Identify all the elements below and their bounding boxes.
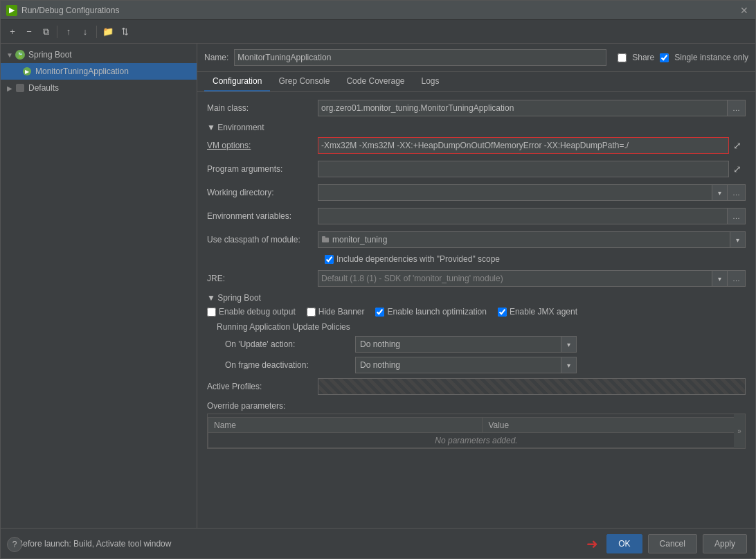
svg-text:▶: ▶ bbox=[25, 69, 30, 75]
name-row: Name: Share Single instance only bbox=[197, 44, 755, 72]
spring-boot-section-header[interactable]: ▼ Spring Boot bbox=[207, 293, 746, 303]
tree-springboot-group[interactable]: ▼ 🍃 Spring Boot bbox=[1, 46, 197, 63]
working-dir-input[interactable] bbox=[318, 184, 712, 201]
env-vars-browse-button[interactable]: … bbox=[728, 208, 746, 224]
name-label: Name: bbox=[204, 53, 228, 62]
classpath-row: Use classpath of module: monitor_tuning … bbox=[207, 231, 746, 249]
vm-options-row: VM options: ⤢ bbox=[207, 136, 746, 154]
add-config-button[interactable]: + bbox=[5, 24, 20, 39]
tree-monitor-tuning[interactable]: ▶ MonitorTuningApplication bbox=[1, 63, 197, 80]
before-launch-label: ▶ Before launch: Build, Activate tool wi… bbox=[9, 539, 171, 549]
enable-debug-checkbox-row: Enable debug output bbox=[207, 307, 296, 317]
override-params-label: Override parameters: bbox=[207, 401, 285, 411]
on-frame-dropdown-button[interactable]: ▾ bbox=[561, 357, 577, 373]
tab-logs[interactable]: Logs bbox=[413, 72, 448, 91]
params-scroll-hint: » bbox=[734, 414, 745, 448]
configuration-content: Main class: … ▼ Environment VM options: bbox=[197, 92, 755, 528]
jre-browse-button[interactable]: … bbox=[728, 270, 746, 287]
toolbar-separator-2 bbox=[96, 26, 97, 38]
content-area: ▼ 🍃 Spring Boot ▶ MonitorTuningApplicati… bbox=[1, 44, 755, 528]
cancel-button[interactable]: Cancel bbox=[648, 534, 697, 553]
main-class-input[interactable] bbox=[318, 100, 728, 116]
close-button[interactable]: ✕ bbox=[739, 5, 750, 16]
override-params-section: Override parameters: Name Value No param… bbox=[207, 401, 746, 449]
working-dir-dropdown-button[interactable]: ▾ bbox=[712, 184, 728, 201]
on-update-dropdown-button[interactable]: ▾ bbox=[561, 336, 577, 353]
program-args-label: Program arguments: bbox=[207, 164, 318, 174]
program-args-expand-button[interactable]: ⤢ bbox=[729, 161, 746, 177]
remove-config-button[interactable]: − bbox=[21, 24, 37, 39]
vm-options-expand-button[interactable]: ⤢ bbox=[729, 137, 746, 154]
on-update-row: On 'Update' action: Do nothing ▾ bbox=[214, 336, 746, 353]
jre-dropdown-button[interactable]: ▾ bbox=[712, 270, 728, 287]
classpath-dropdown-button[interactable]: ▾ bbox=[730, 231, 746, 248]
tab-configuration[interactable]: Configuration bbox=[204, 72, 270, 91]
enable-launch-opt-checkbox-row: Enable launch optimization bbox=[375, 307, 486, 317]
share-checkbox[interactable] bbox=[618, 53, 627, 62]
jre-value: Default (1.8 (1) - SDK of 'monitor_tunin… bbox=[321, 274, 503, 283]
enable-jmx-checkbox[interactable] bbox=[498, 308, 507, 317]
params-value-header: Value bbox=[483, 418, 745, 433]
params-scroll-icon: » bbox=[737, 427, 741, 435]
tab-code-coverage[interactable]: Code Coverage bbox=[338, 72, 413, 91]
vm-options-label: VM options: bbox=[207, 141, 318, 150]
ok-button[interactable]: OK bbox=[606, 534, 642, 553]
include-deps-row: Include dependencies with "Provided" sco… bbox=[207, 254, 746, 264]
single-instance-label: Single instance only bbox=[674, 53, 748, 62]
enable-debug-label: Enable debug output bbox=[219, 307, 296, 317]
tab-grep-console[interactable]: Grep Console bbox=[270, 72, 338, 91]
sort-button[interactable]: ⇅ bbox=[117, 24, 132, 39]
environment-section-header[interactable]: ▼ Environment bbox=[207, 123, 746, 132]
params-table-wrapper: Name Value No parameters added. » bbox=[207, 414, 746, 449]
enable-debug-checkbox[interactable] bbox=[207, 308, 216, 317]
move-down-button[interactable]: ↓ bbox=[78, 24, 93, 39]
include-deps-label: Include dependencies with "Provided" sco… bbox=[336, 254, 500, 264]
hide-banner-checkbox[interactable] bbox=[307, 308, 316, 317]
app-icon: ▶ bbox=[6, 5, 17, 16]
working-dir-browse-button[interactable]: … bbox=[728, 184, 746, 201]
name-input[interactable] bbox=[234, 49, 606, 66]
app-config-label: MonitorTuningApplication bbox=[35, 66, 129, 76]
vm-options-input[interactable] bbox=[318, 137, 729, 154]
working-dir-label: Working directory: bbox=[207, 188, 318, 197]
include-deps-checkbox[interactable] bbox=[325, 255, 334, 264]
env-vars-input[interactable] bbox=[318, 208, 728, 224]
env-vars-label: Environment variables: bbox=[207, 211, 318, 221]
spring-boot-options-row: Enable debug output Hide Banner Enable l… bbox=[207, 307, 746, 317]
enable-jmx-label: Enable JMX agent bbox=[510, 307, 577, 317]
move-up-button[interactable]: ↑ bbox=[61, 24, 76, 39]
config-tree: ▼ 🍃 Spring Boot ▶ MonitorTuningApplicati… bbox=[1, 44, 197, 528]
program-args-input[interactable] bbox=[318, 161, 729, 177]
on-frame-label: On frame deactivation: bbox=[225, 360, 350, 370]
spring-boot-section: ▼ Spring Boot Enable debug output Hide B… bbox=[207, 293, 746, 373]
params-table: Name Value No parameters added. bbox=[208, 417, 745, 448]
single-instance-checkbox[interactable] bbox=[660, 53, 669, 62]
apply-button[interactable]: Apply bbox=[703, 534, 747, 553]
jre-label: JRE: bbox=[207, 274, 318, 283]
bottom-bar: ▶ Before launch: Build, Activate tool wi… bbox=[1, 528, 755, 558]
arrow-icon: ➜ bbox=[586, 535, 598, 552]
right-panel: Name: Share Single instance only Configu… bbox=[197, 44, 755, 528]
params-name-header: Name bbox=[208, 418, 483, 433]
share-label: Share bbox=[632, 53, 654, 62]
group-expand-arrow: ▼ bbox=[5, 51, 15, 59]
classpath-value: monitor_tuning bbox=[332, 235, 387, 245]
dialog-buttons: ➜ OK Cancel Apply bbox=[586, 534, 747, 553]
tree-defaults[interactable]: ▶ Defaults bbox=[1, 80, 197, 96]
running-policies-label: Running Application Update Policies bbox=[214, 322, 746, 332]
main-class-browse-button[interactable]: … bbox=[728, 100, 746, 116]
copy-config-button[interactable]: ⧉ bbox=[38, 24, 53, 39]
share-row: Share Single instance only bbox=[618, 53, 748, 62]
enable-launch-opt-checkbox[interactable] bbox=[375, 308, 384, 317]
svg-rect-4 bbox=[322, 236, 325, 238]
help-button[interactable]: ? bbox=[7, 537, 22, 552]
before-launch-section[interactable]: ▶ Before launch: Build, Activate tool wi… bbox=[9, 539, 586, 549]
title-bar: ▶ Run/Debug Configurations ✕ bbox=[1, 1, 755, 20]
defaults-label: Defaults bbox=[28, 83, 59, 93]
folder-button[interactable]: 📁 bbox=[100, 24, 116, 39]
hide-banner-label: Hide Banner bbox=[318, 307, 365, 317]
spring-boot-section-label: ▼ Spring Boot bbox=[207, 293, 261, 303]
on-frame-row: On frame deactivation: Do nothing ▾ bbox=[214, 357, 746, 373]
on-update-value: Do nothing bbox=[360, 339, 557, 349]
on-frame-value: Do nothing bbox=[360, 360, 557, 370]
